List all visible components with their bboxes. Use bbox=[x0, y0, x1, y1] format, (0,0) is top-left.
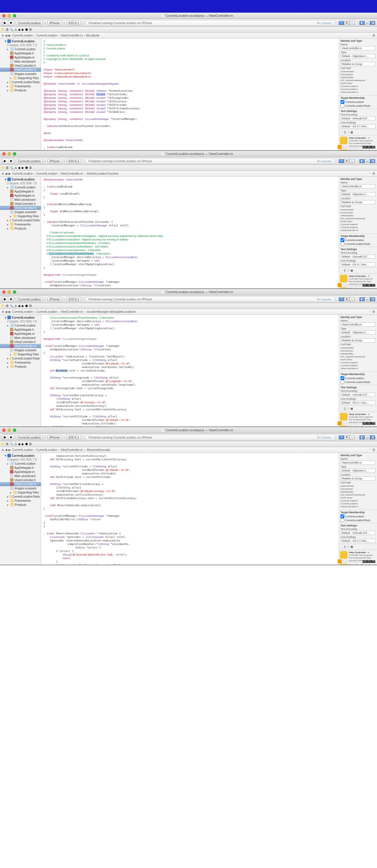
nav-item[interactable]: ▸ Supporting Files bbox=[0, 214, 41, 218]
file-name-field[interactable]: ViewController.m bbox=[341, 322, 376, 327]
log-nav-icon[interactable]: ☰ bbox=[29, 304, 32, 307]
zoom-icon[interactable] bbox=[13, 152, 16, 155]
nav-item[interactable]: ViewController.h bbox=[0, 63, 41, 68]
lib-file-templates-icon[interactable]: 📄 bbox=[340, 131, 343, 134]
breakpoint-nav-icon[interactable]: ⬣ bbox=[25, 442, 28, 445]
os-selector[interactable]: iOS 6.1 bbox=[66, 435, 82, 440]
line-endings-select[interactable]: Default - OS X / Unix… bbox=[341, 124, 376, 128]
issue-nav-icon[interactable]: ⚠ bbox=[14, 304, 17, 307]
nav-item[interactable]: ViewController.m bbox=[0, 68, 41, 72]
location-select[interactable]: Relative to Group bbox=[341, 338, 376, 342]
lib-objects-icon[interactable]: ⚪ bbox=[346, 269, 350, 272]
inspector-file-icon[interactable]: 📄 bbox=[368, 34, 371, 37]
project-root[interactable]: ▼ CurrentLocation bbox=[0, 454, 41, 458]
symbol-nav-icon[interactable]: ☰ bbox=[6, 304, 8, 307]
jump-bar[interactable]: ⧉ ◀ ▶ CurrentLocation › CurrentLocation … bbox=[0, 33, 377, 38]
nav-item[interactable]: ▸ Frameworks bbox=[0, 498, 41, 503]
standard-editor-button[interactable]: ☰ bbox=[339, 435, 344, 439]
target-tests-checkbox[interactable] bbox=[341, 518, 344, 522]
nav-item[interactable]: ▸ Products bbox=[0, 88, 41, 92]
run-button[interactable]: ▶ bbox=[2, 297, 8, 302]
symbol-nav-icon[interactable]: ☰ bbox=[6, 166, 8, 169]
scheme-selector[interactable]: CurrentLocation bbox=[16, 435, 43, 440]
nav-item[interactable]: ▸ Supporting Files bbox=[0, 352, 41, 356]
stop-button[interactable]: ■ bbox=[8, 435, 14, 440]
version-editor-button[interactable]: ↔ bbox=[349, 297, 355, 301]
nav-item[interactable]: ▸ Supporting Files bbox=[0, 490, 41, 494]
nav-item[interactable]: ViewController.m bbox=[0, 344, 41, 348]
test-nav-icon[interactable]: ◆ bbox=[18, 166, 21, 169]
project-navigator[interactable]: ▼ CurrentLocation2 targets, iOS SDK 7.0▸… bbox=[0, 315, 41, 427]
lib-snippets-icon[interactable]: {} bbox=[344, 545, 346, 548]
inspector-help-icon[interactable]: ⦿ bbox=[372, 172, 375, 175]
nav-item[interactable]: ViewController.h bbox=[0, 202, 41, 206]
standard-editor-button[interactable]: ☰ bbox=[339, 159, 344, 163]
nav-item[interactable]: ▸ CurrentLocationTests bbox=[0, 218, 41, 222]
nav-item[interactable]: ▸ CurrentLocationTests bbox=[0, 80, 41, 84]
related-items-icon[interactable]: ⧉ bbox=[2, 34, 4, 37]
target-app-checkbox[interactable] bbox=[341, 238, 344, 242]
jump-file[interactable]: ViewController.m bbox=[61, 448, 83, 452]
project-nav-icon[interactable]: 📁 bbox=[1, 442, 5, 445]
jump-file[interactable]: ViewController.m bbox=[61, 172, 83, 175]
stop-button[interactable]: ■ bbox=[8, 297, 14, 302]
encoding-select[interactable]: Default - Unicode (UT… bbox=[341, 393, 376, 397]
version-editor-button[interactable]: ↔ bbox=[349, 21, 355, 25]
related-items-icon[interactable]: ⧉ bbox=[2, 172, 4, 176]
toggle-utilities-button[interactable]: ◨ bbox=[370, 297, 375, 301]
lib-media-icon[interactable]: ▦ bbox=[351, 407, 353, 410]
destination-selector[interactable]: iPhone bbox=[48, 21, 62, 25]
lib-file-templates-icon[interactable]: 📄 bbox=[340, 545, 343, 548]
os-selector[interactable]: iOS 6.1 bbox=[66, 159, 82, 163]
lib-objects-icon[interactable]: ⚪ bbox=[346, 131, 350, 134]
standard-editor-button[interactable]: ☰ bbox=[339, 21, 344, 25]
source-editor[interactable]: @implementation ViewController - (void)v… bbox=[41, 177, 339, 288]
location-select[interactable]: Relative to Group bbox=[341, 200, 376, 204]
project-navigator[interactable]: ▼ CurrentLocation2 targets, iOS SDK 7.0▸… bbox=[0, 453, 41, 565]
find-nav-icon[interactable]: 🔍 bbox=[10, 304, 13, 307]
close-icon[interactable] bbox=[2, 14, 6, 17]
breakpoint-nav-icon[interactable]: ⬣ bbox=[25, 304, 28, 307]
run-button[interactable]: ▶ bbox=[2, 20, 8, 25]
nav-item[interactable]: Images.xcassets bbox=[0, 486, 41, 490]
nav-item[interactable]: ViewController.h bbox=[0, 478, 41, 482]
symbol-nav-icon[interactable]: ☰ bbox=[6, 442, 8, 445]
toggle-utilities-button[interactable]: ◨ bbox=[370, 435, 375, 439]
nav-item[interactable]: ▸ Products bbox=[0, 365, 41, 369]
jump-symbol[interactable]: -btnGetLocationTouched: bbox=[86, 172, 119, 175]
source-editor[interactable]: newLocation.horizontalAccuracy]; self.lb… bbox=[41, 453, 339, 565]
symbol-nav-icon[interactable]: ☰ bbox=[6, 28, 8, 31]
nav-item[interactable]: ViewController.m bbox=[0, 482, 41, 486]
related-items-icon[interactable]: ⧉ bbox=[2, 310, 4, 314]
file-type-select[interactable]: Default - Objective-C… bbox=[341, 468, 376, 473]
nav-item[interactable]: ViewController.h bbox=[0, 340, 41, 344]
project-nav-icon[interactable]: 📁 bbox=[1, 304, 5, 307]
nav-item[interactable]: AppDelegate.h bbox=[0, 328, 41, 332]
encoding-select[interactable]: Default - Unicode (UT… bbox=[341, 531, 376, 535]
run-button[interactable]: ▶ bbox=[2, 435, 8, 440]
close-icon[interactable] bbox=[2, 290, 6, 293]
nav-item[interactable]: ▸ CurrentLocation bbox=[0, 323, 41, 328]
assistant-editor-button[interactable]: ⧉ bbox=[344, 435, 349, 439]
target-app-checkbox[interactable] bbox=[341, 515, 344, 518]
close-icon[interactable] bbox=[2, 429, 6, 432]
target-tests-checkbox[interactable] bbox=[341, 104, 344, 107]
nav-item[interactable]: ViewController.m bbox=[0, 206, 41, 210]
jump-bar[interactable]: ⧉ ◀ ▶ CurrentLocation › CurrentLocation … bbox=[0, 171, 377, 177]
lib-file-templates-icon[interactable]: 📄 bbox=[340, 269, 343, 272]
breakpoint-nav-icon[interactable]: ⬣ bbox=[25, 28, 28, 31]
test-nav-icon[interactable]: ◆ bbox=[18, 304, 21, 307]
minimize-icon[interactable] bbox=[8, 429, 11, 432]
breakpoint-nav-icon[interactable]: ⬣ bbox=[25, 166, 28, 169]
toggle-debug-button[interactable]: ▭ bbox=[365, 159, 370, 163]
inspector-help-icon[interactable]: ⦿ bbox=[372, 34, 375, 37]
stop-button[interactable]: ■ bbox=[8, 20, 14, 25]
toggle-navigator-button[interactable]: ◧ bbox=[359, 435, 365, 439]
project-root[interactable]: ▼ CurrentLocation bbox=[0, 177, 41, 181]
lib-media-icon[interactable]: ▦ bbox=[351, 131, 353, 134]
nav-item[interactable]: ▸ Products bbox=[0, 226, 41, 230]
nav-item[interactable]: AppDelegate.m bbox=[0, 55, 41, 59]
issue-nav-icon[interactable]: ⚠ bbox=[14, 28, 17, 31]
nav-item[interactable]: ▸ CurrentLocation bbox=[0, 462, 41, 466]
scheme-selector[interactable]: CurrentLocation bbox=[16, 21, 43, 25]
